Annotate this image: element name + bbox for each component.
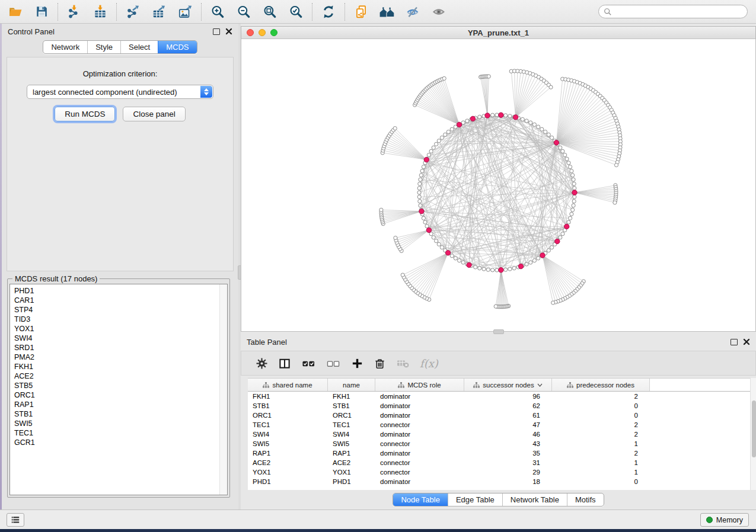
tab-network[interactable]: Network: [43, 41, 87, 53]
table-settings-button[interactable]: [256, 357, 268, 370]
table-cell[interactable]: dominator: [375, 430, 464, 439]
search-field[interactable]: [598, 5, 748, 18]
table-cell[interactable]: PHD1: [248, 477, 328, 486]
open-file-button[interactable]: [2, 2, 28, 22]
table-row[interactable]: TEC1TEC1connector472: [248, 420, 751, 430]
tab-mcds[interactable]: MCDS: [158, 41, 196, 53]
table-cell[interactable]: YOX1: [248, 467, 328, 477]
column-header-shared-name[interactable]: shared name: [248, 379, 328, 391]
tab-style[interactable]: Style: [87, 41, 120, 53]
table-row[interactable]: RAP1RAP1dominator352: [248, 448, 751, 458]
mcds-result-item[interactable]: SWI5: [10, 419, 220, 428]
tab-node-table[interactable]: Node Table: [393, 493, 448, 506]
table-row[interactable]: ACE2ACE2connector311: [248, 458, 751, 467]
task-history-button[interactable]: [7, 513, 24, 527]
import-network-button[interactable]: [61, 2, 87, 22]
select-all-rows-button[interactable]: [301, 357, 316, 370]
mcds-result-item[interactable]: TID3: [10, 315, 220, 324]
hide-selected-button[interactable]: [400, 2, 426, 22]
criterion-select[interactable]: largest connected component (undirected): [27, 85, 213, 99]
column-header-MCDS-role[interactable]: MCDS role: [375, 379, 464, 391]
table-cell[interactable]: 0: [552, 477, 650, 486]
table-cell[interactable]: FKH1: [248, 392, 328, 401]
table-row[interactable]: STB1STB1dominator620: [248, 401, 751, 411]
table-cell[interactable]: dominator: [375, 477, 464, 486]
node-table[interactable]: shared namenameMCDS rolesuccessor nodesp…: [248, 378, 751, 490]
table-cell[interactable]: 1: [552, 467, 650, 477]
table-cell[interactable]: 1: [552, 458, 650, 467]
float-table-panel-icon[interactable]: [731, 339, 738, 345]
mcds-result-item[interactable]: FKH1: [10, 362, 220, 371]
add-row-button[interactable]: [351, 357, 363, 370]
horizontal-splitter-handle[interactable]: [493, 329, 504, 334]
export-network-button[interactable]: [120, 2, 146, 22]
refresh-button[interactable]: [315, 2, 342, 22]
list-scrollbar[interactable]: [219, 284, 227, 495]
table-cell[interactable]: STB1: [248, 401, 328, 411]
tab-select[interactable]: Select: [120, 41, 158, 53]
close-panel-button[interactable]: Close panel: [123, 107, 185, 121]
close-panel-icon[interactable]: [225, 28, 232, 35]
tab-edge-table[interactable]: Edge Table: [448, 493, 502, 506]
function-builder-button[interactable]: f(x): [420, 357, 438, 370]
show-columns-button[interactable]: [278, 357, 291, 370]
mcds-result-item[interactable]: GCR1: [10, 438, 220, 447]
table-cell[interactable]: 0: [552, 411, 650, 420]
table-row[interactable]: YOX1YOX1connector291: [248, 467, 751, 477]
memory-button[interactable]: Memory: [700, 513, 749, 527]
table-cell[interactable]: 2: [552, 430, 650, 439]
table-cell[interactable]: YOX1: [328, 467, 375, 477]
mcds-result-item[interactable]: YOX1: [10, 324, 220, 334]
table-cell[interactable]: connector: [375, 420, 464, 430]
deselect-all-rows-button[interactable]: [326, 357, 341, 370]
delete-row-button[interactable]: [374, 357, 386, 370]
table-cell[interactable]: SWI5: [328, 439, 375, 448]
table-cell[interactable]: RAP1: [248, 448, 328, 458]
mcds-result-item[interactable]: PHD1: [10, 286, 220, 296]
table-cell[interactable]: ORC1: [328, 411, 375, 420]
float-panel-icon[interactable]: [213, 28, 220, 35]
table-cell[interactable]: RAP1: [328, 448, 375, 458]
run-mcds-button[interactable]: Run MCDS: [55, 107, 115, 121]
table-cell[interactable]: dominator: [375, 401, 464, 411]
save-session-button[interactable]: [28, 2, 55, 22]
export-table-button[interactable]: [146, 2, 172, 22]
column-header-successor-nodes[interactable]: successor nodes: [464, 379, 552, 391]
table-cell[interactable]: ORC1: [248, 411, 328, 420]
table-cell[interactable]: 29: [464, 467, 552, 477]
table-cell[interactable]: dominator: [375, 392, 464, 401]
table-row[interactable]: SWI5SWI5connector431: [248, 439, 751, 448]
table-row[interactable]: SWI4SWI4dominator462: [248, 430, 751, 439]
show-all-button[interactable]: [426, 2, 452, 22]
mcds-result-item[interactable]: TEC1: [10, 428, 220, 438]
table-cell[interactable]: 2: [552, 420, 650, 430]
table-cell[interactable]: PHD1: [328, 477, 375, 486]
table-cell[interactable]: FKH1: [328, 392, 375, 401]
close-table-panel-icon[interactable]: [743, 338, 750, 345]
table-cell[interactable]: 62: [464, 401, 552, 411]
table-cell[interactable]: SWI5: [248, 439, 328, 448]
tab-motifs[interactable]: Motifs: [567, 493, 604, 506]
table-scrollbar[interactable]: [750, 378, 756, 490]
table-cell[interactable]: ACE2: [328, 458, 375, 467]
duplicate-network-button[interactable]: [348, 2, 374, 22]
table-cell[interactable]: 1: [552, 439, 650, 448]
column-header-predecessor-nodes[interactable]: predecessor nodes: [552, 379, 650, 391]
table-cell[interactable]: SWI4: [248, 430, 328, 439]
table-cell[interactable]: ACE2: [248, 458, 328, 467]
table-cell[interactable]: 47: [464, 420, 552, 430]
table-cell[interactable]: connector: [375, 458, 464, 467]
zoom-fit-button[interactable]: [257, 2, 283, 22]
table-cell[interactable]: 35: [464, 448, 552, 458]
table-cell[interactable]: connector: [375, 467, 464, 477]
table-cell[interactable]: TEC1: [248, 420, 328, 430]
mcds-result-item[interactable]: CAR1: [10, 296, 220, 305]
table-row[interactable]: FKH1FKH1dominator962: [248, 392, 751, 401]
network-svg[interactable]: [241, 39, 755, 331]
import-table-button[interactable]: [87, 2, 113, 22]
table-cell[interactable]: 0: [552, 401, 650, 411]
mcds-result-item[interactable]: STB1: [10, 409, 220, 419]
zoom-selected-button[interactable]: [283, 2, 309, 22]
table-cell[interactable]: TEC1: [328, 420, 375, 430]
table-cell[interactable]: 43: [464, 439, 552, 448]
